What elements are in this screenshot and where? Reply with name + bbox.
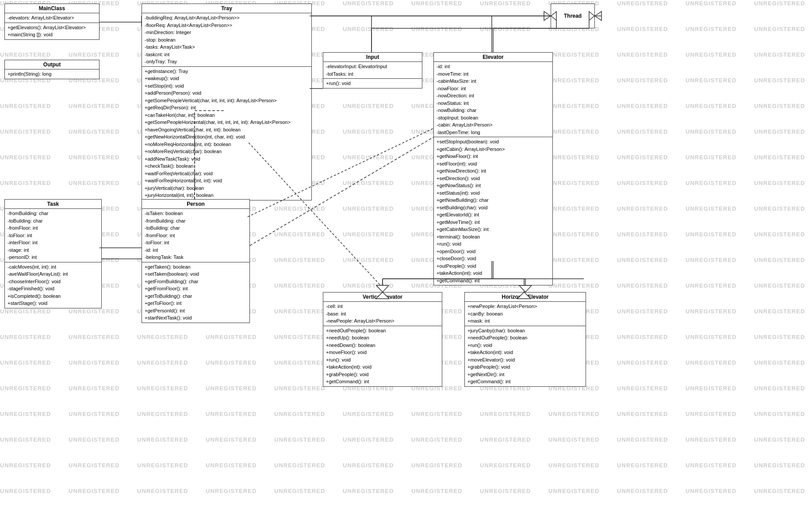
method-item: +closeDoor(): void (437, 255, 550, 262)
attr-item: -toBuilding: char (145, 224, 247, 232)
thread-box: Thread (551, 4, 595, 28)
output-title: Output (5, 60, 99, 69)
method-item: +getCommand(): int (437, 277, 550, 285)
method-item: +getFromBuilding(): char (145, 278, 247, 285)
svg-marker-34 (519, 285, 532, 292)
method-item: +getCabinMaxSize(): int (437, 226, 550, 233)
method-item: +getMoveTime(): int (437, 219, 550, 226)
method-item: +getCommand(): int (326, 378, 439, 385)
task-attributes: -fromBuilding: char -toBuilding: char -f… (5, 209, 101, 262)
task-methods: -calcMoves(int, int): int -aveWaitFloor(… (5, 262, 101, 308)
method-item: +canTakeHori(char, int): boolean (145, 112, 309, 119)
method-item: +takeAction(int): void (467, 349, 583, 356)
method-item: +getNowBuilding(): char (437, 196, 550, 204)
attr-item: -cabin: ArrayList<Person> (437, 121, 550, 129)
attr-item: -onlyTray: Tray (145, 58, 309, 65)
tray-attributes: -buildingReq: ArrayList<ArrayList<Person… (142, 13, 311, 67)
svg-marker-32 (376, 285, 389, 292)
horizontal-elevator-box: HorizontalElevator +newPeople: ArrayList… (464, 292, 586, 387)
method-item: +addPerson(Person): void (145, 89, 309, 97)
attr-item: -elevators: ArrayList<Elevator> (8, 14, 96, 22)
method-item: +juryVertical(char): boolean (145, 185, 309, 192)
method-item: +addNewTask(Task): void (145, 155, 309, 163)
method-item: +noMoreReqHorizontal(int, int): boolean (145, 141, 309, 148)
method-item: +setFloor(int): void (437, 160, 550, 168)
method-item: +moveElevator(): void (467, 356, 583, 364)
tray-box: Tray -buildingReq: ArrayList<ArrayList<P… (142, 4, 312, 200)
method-item: +outPeople(): void (437, 262, 550, 270)
method-item: +grabPeople(): void (467, 363, 583, 371)
method-item: +getSomePeopleHorizontal(char, int, int,… (145, 119, 309, 126)
method-item: +run(): void (326, 356, 439, 364)
attr-item: -nowBuilding: char (437, 107, 550, 114)
method-item: +getNextDir(): int (467, 371, 583, 378)
method-item: +getPersonId(): int (145, 307, 247, 315)
person-box: Person -isTaken: boolean -fromBuilding: … (142, 199, 250, 323)
attr-item: +mask: int (467, 317, 583, 325)
attr-item: -nowStatus: int (437, 100, 550, 107)
attr-item: -cabinMaxSize: int (437, 77, 550, 85)
method-item: +setTaken(boolean): void (145, 270, 247, 278)
vertical-elevator-attributes: -cell: int -base: int -newPeople: ArrayL… (323, 302, 442, 326)
method-item: -stageFinished(): void (8, 285, 99, 293)
method-item: +getNewHorizontalDirection(int, char, in… (145, 133, 309, 141)
attr-item: -tasks: ArrayList<Task> (145, 43, 309, 51)
svg-marker-0 (544, 12, 551, 20)
method-item: +needOutPeople(): boolean (467, 334, 583, 342)
vertical-elevator-box: VerticalElevator -cell: int -base: int -… (323, 292, 442, 387)
thread-title: Thread (551, 12, 594, 20)
method-item: +getNowStatus(): int (437, 182, 550, 189)
method-item: +openDoor(): void (437, 248, 550, 255)
input-methods: +run(): void (323, 79, 422, 88)
method-item: +main(String []): void (8, 31, 96, 38)
attr-item: +newPeople: ArrayList<Person> (467, 303, 583, 310)
method-item: +getNowFloor(): int (437, 153, 550, 160)
method-item: -aveWaitFloor(ArrayList): int (8, 270, 99, 278)
attr-item: -base: int (326, 310, 439, 318)
person-methods: +getTaken(): boolean +setTaken(boolean):… (142, 262, 249, 323)
input-attributes: -elevatorInput: ElevatorInput -totTasks:… (323, 62, 422, 79)
attr-item: -fromBuilding: char (8, 210, 99, 217)
method-item: +checkTask(): boolean (145, 162, 309, 170)
method-item: +takeAction(int): void (437, 269, 550, 277)
attr-item: -buildingReq: ArrayList<ArrayList<Person… (145, 14, 309, 22)
method-item: +getInstance(): Tray (145, 68, 309, 75)
attr-item: -moveTime: int (437, 70, 550, 78)
elevator-methods: +setStopInput(boolean): void +getCabin()… (434, 137, 552, 285)
method-item: +getToFloor(): int (145, 300, 247, 307)
method-item: +juryHorizontal(int, int): boolean (145, 192, 309, 199)
method-item: +getElevatorId(): int (437, 211, 550, 219)
method-item: +getCabin(): ArrayList<Person> (437, 146, 550, 153)
method-item: +terminal(): boolean (437, 233, 550, 241)
method-item: +getToBuilding(): char (145, 293, 247, 300)
elevator-attributes: -id: int -moveTime: int -cabinMaxSize: i… (434, 62, 552, 137)
mainclass-methods: +getElevators(): ArrayList<Elevator> +ma… (5, 23, 99, 39)
attr-item: -fromFloor: int (145, 232, 247, 239)
method-item: +setStop(int): void (145, 82, 309, 90)
attr-item: -elevatorInput: ElevatorInput (326, 63, 419, 70)
method-item: +getReqDir(Person): int (145, 104, 309, 112)
mainclass-title: MainClass (5, 4, 99, 13)
attr-item: -floorReq: ArrayList<ArrayList<Person>> (145, 22, 309, 29)
uml-canvas: (function() { const wg = document.queryS… (0, 0, 812, 512)
method-item: +getElevators(): ArrayList<Elevator> (8, 24, 96, 31)
method-item: +setDirection(): void (437, 175, 550, 182)
mainclass-attributes: -elevators: ArrayList<Elevator> (5, 13, 99, 23)
method-item: +setStopInput(boolean): void (437, 138, 550, 146)
person-title: Person (142, 200, 249, 209)
method-item: +getFromFloor(): int (145, 285, 247, 293)
svg-marker-1 (595, 12, 601, 20)
attr-item: -totTasks: int (326, 70, 419, 78)
method-item: +waitForReqHorizontal(int, int): void (145, 177, 309, 185)
method-item: +setBuilding(char): void (437, 204, 550, 212)
attr-item: -id: int (437, 63, 550, 70)
elevator-box: Elevator -id: int -moveTime: int -cabinM… (433, 52, 553, 285)
method-item: +juryCanby(char): boolean (467, 327, 583, 335)
method-item: +needUp(): boolean (326, 334, 439, 342)
method-item: +startStage(): void (8, 300, 99, 307)
method-item: +needDown(): boolean (326, 342, 439, 349)
attr-item: -taskcnt: int (145, 51, 309, 58)
method-item: +isCompleted(): boolean (8, 293, 99, 300)
mainclass-box: MainClass -elevators: ArrayList<Elevator… (4, 4, 100, 40)
attr-item: -toBuilding: char (8, 217, 99, 225)
